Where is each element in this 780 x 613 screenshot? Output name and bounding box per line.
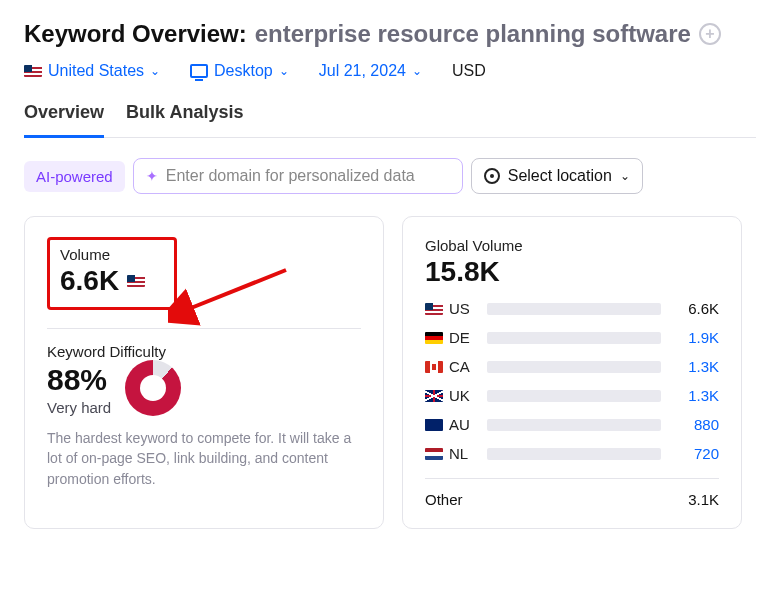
uk-flag-icon xyxy=(425,390,443,402)
country-selector[interactable]: United States ⌄ xyxy=(24,62,160,80)
ca-flag-icon xyxy=(425,361,443,373)
volume-bar xyxy=(487,419,661,431)
kd-donut-chart xyxy=(125,360,181,416)
country-volume-value[interactable]: 1.3K xyxy=(671,387,719,404)
location-selector[interactable]: Select location ⌄ xyxy=(471,158,643,194)
us-flag-icon xyxy=(127,275,145,287)
global-volume-card: Global Volume 15.8K US6.6KDE1.9KCA1.3KUK… xyxy=(402,216,742,529)
country-volume-row: CA1.3K xyxy=(425,358,719,375)
filter-bar: United States ⌄ Desktop ⌄ Jul 21, 2024 ⌄… xyxy=(24,62,756,80)
kd-level: Very hard xyxy=(47,399,111,416)
page-title-row: Keyword Overview: enterprise resource pl… xyxy=(24,20,756,48)
ai-row: AI-powered ✦ Select location ⌄ xyxy=(24,158,756,194)
country-volume-value[interactable]: 720 xyxy=(671,445,719,462)
ai-powered-badge: AI-powered xyxy=(24,161,125,192)
chevron-down-icon: ⌄ xyxy=(150,64,160,78)
country-code: CA xyxy=(425,358,477,375)
volume-bar xyxy=(487,390,661,402)
country-code: NL xyxy=(425,445,477,462)
global-volume-label: Global Volume xyxy=(425,237,719,254)
us-flag-icon xyxy=(24,65,42,77)
domain-input-wrapper[interactable]: ✦ xyxy=(133,158,463,194)
tabs: Overview Bulk Analysis xyxy=(24,102,756,138)
country-code: DE xyxy=(425,329,477,346)
desktop-icon xyxy=(190,64,208,78)
country-volume-value[interactable]: 880 xyxy=(671,416,719,433)
country-volume-row: US6.6K xyxy=(425,300,719,317)
country-volume-row: NL720 xyxy=(425,445,719,462)
country-volume-list: US6.6KDE1.9KCA1.3KUK1.3KAU880NL720 xyxy=(425,300,719,462)
kd-label: Keyword Difficulty xyxy=(47,343,361,360)
country-code: UK xyxy=(425,387,477,404)
de-flag-icon xyxy=(425,332,443,344)
date-selector[interactable]: Jul 21, 2024 ⌄ xyxy=(319,62,422,80)
divider xyxy=(47,328,361,329)
other-label: Other xyxy=(425,491,463,508)
country-volume-row: UK1.3K xyxy=(425,387,719,404)
volume-bar xyxy=(487,332,661,344)
location-pin-icon xyxy=(484,168,500,184)
volume-highlight-box: Volume 6.6K xyxy=(47,237,177,310)
domain-input[interactable] xyxy=(166,167,450,185)
global-volume-total: 15.8K xyxy=(425,256,719,288)
other-volume-row: Other 3.1K xyxy=(425,478,719,508)
tab-bulk-analysis[interactable]: Bulk Analysis xyxy=(126,102,243,137)
us-flag-icon xyxy=(425,303,443,315)
nl-flag-icon xyxy=(425,448,443,460)
tab-overview[interactable]: Overview xyxy=(24,102,104,138)
country-code: AU xyxy=(425,416,477,433)
volume-card: Volume 6.6K Keyword Difficulty 88% Very … xyxy=(24,216,384,529)
currency-label: USD xyxy=(452,62,486,80)
keyword-text: enterprise resource planning software xyxy=(255,20,691,48)
chevron-down-icon: ⌄ xyxy=(620,169,630,183)
add-keyword-button[interactable]: + xyxy=(699,23,721,45)
volume-value-row: 6.6K xyxy=(60,265,164,297)
country-volume-value[interactable]: 1.9K xyxy=(671,329,719,346)
cards-row: Volume 6.6K Keyword Difficulty 88% Very … xyxy=(24,216,756,529)
country-volume-row: AU880 xyxy=(425,416,719,433)
kd-value: 88% xyxy=(47,363,111,397)
country-volume-row: DE1.9K xyxy=(425,329,719,346)
title-prefix: Keyword Overview: xyxy=(24,20,247,48)
volume-value: 6.6K xyxy=(60,265,119,297)
country-volume-value[interactable]: 1.3K xyxy=(671,358,719,375)
volume-bar xyxy=(487,361,661,373)
chevron-down-icon: ⌄ xyxy=(412,64,422,78)
volume-bar xyxy=(487,303,661,315)
country-code: US xyxy=(425,300,477,317)
chevron-down-icon: ⌄ xyxy=(279,64,289,78)
au-flag-icon xyxy=(425,419,443,431)
other-value: 3.1K xyxy=(688,491,719,508)
kd-description: The hardest keyword to compete for. It w… xyxy=(47,428,361,489)
volume-label: Volume xyxy=(60,246,164,263)
device-selector[interactable]: Desktop ⌄ xyxy=(190,62,289,80)
kd-row: 88% Very hard xyxy=(47,360,361,416)
sparkle-icon: ✦ xyxy=(146,168,158,184)
country-volume-value: 6.6K xyxy=(671,300,719,317)
volume-bar xyxy=(487,448,661,460)
